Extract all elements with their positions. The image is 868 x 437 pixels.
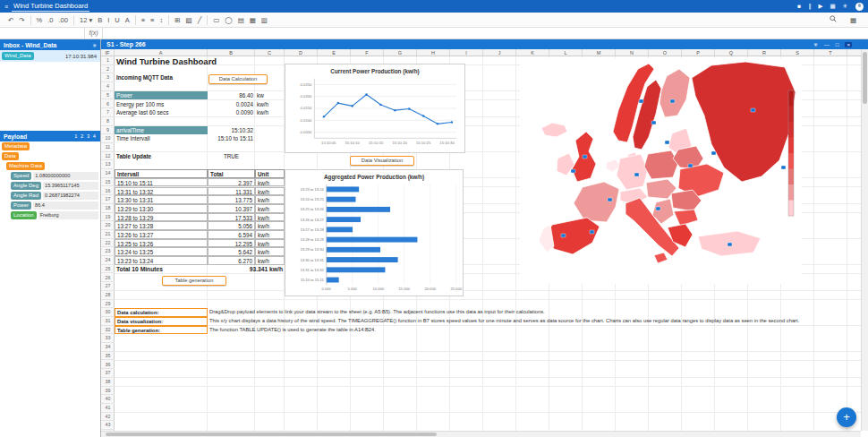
cell-A10[interactable]: Time Intervall [115,134,208,143]
europe-map[interactable] [520,58,802,284]
cell-C17[interactable]: kw/h [255,195,285,204]
row-header-39[interactable]: 39 [101,387,115,396]
payload-item[interactable]: Data [0,151,100,161]
cell-C22[interactable]: kw/h [255,239,285,248]
cell-C6[interactable]: kw/h [255,100,285,109]
cell-B22[interactable]: 12.295 [208,239,255,248]
sheet-close-icon[interactable]: × [845,42,852,47]
bar-chart[interactable]: Aggregated Power Production (kw/h)0.0005… [285,169,464,296]
row-header-6[interactable]: 6 [101,100,115,109]
inbox-settings-icon[interactable]: ✳ [92,42,97,48]
row-header-13[interactable]: 13 [101,160,115,169]
percent-icon[interactable]: % [30,15,46,25]
row-header-21[interactable]: 21 [101,230,115,239]
row-header-11[interactable]: 11 [101,143,115,152]
pause-icon[interactable]: ∥ [808,4,811,10]
payload-item[interactable]: Power86.4 [0,201,100,210]
column-header-M[interactable]: M [583,49,616,56]
font-size-select[interactable]: 12 ▾ [73,15,95,25]
grid-view-icon[interactable]: ▦ [847,15,859,25]
column-header-Q[interactable]: Q [715,49,748,56]
row-header-23[interactable]: 23 [101,247,115,256]
column-header-S[interactable]: S [781,49,814,56]
table-generation-button[interactable]: Table generation [162,276,226,286]
horizontal-scrollbar[interactable] [101,431,861,437]
add-button[interactable]: + [837,407,856,427]
cell-C15[interactable]: kw/h [255,178,285,187]
cell-reference-box[interactable] [0,28,85,39]
cell-C16[interactable]: kw/h [255,187,285,196]
sheet-minimize-icon[interactable]: — [824,42,830,47]
column-header-T[interactable]: T [814,49,847,56]
cell-B21[interactable]: 6.594 [208,230,255,239]
data-calculation-button[interactable]: Data Calculation [208,74,268,84]
play-icon[interactable]: ▶ [818,4,822,10]
cell-A7[interactable]: Average last 60 secs [115,108,208,117]
row-header-43[interactable]: 43 [101,421,115,430]
cell-C20[interactable]: kw/h [255,221,285,230]
cell-A3[interactable]: Incoming MQTT Data [115,73,208,82]
row-header-37[interactable]: 37 [101,369,115,378]
payload-item[interactable]: Speed1.08000000000 [0,171,100,181]
cell-B6[interactable]: 0.0024 [208,100,255,109]
cell-B20[interactable]: 5.056 [208,221,255,230]
cell-A19[interactable]: 13:28 to 13:29 [115,213,208,222]
note-text-2[interactable]: This x/y chart displays a data history o… [208,317,843,326]
inbox-header[interactable]: Inbox - Wind_Data ✳ [0,39,100,50]
row-header-9[interactable]: 9 [101,126,115,135]
row-header-20[interactable]: 20 [101,221,115,230]
row-header-30[interactable]: 30 [101,308,115,317]
cell-C23[interactable]: kw/h [255,247,285,256]
column-header-IF[interactable]: IF [101,49,115,56]
decimal-increase-icon[interactable]: .00 [56,15,71,25]
italic-icon[interactable]: I [105,15,112,25]
row-header-19[interactable]: 19 [101,213,115,222]
cell-C24[interactable]: kw/h [255,256,285,265]
cell-C14[interactable]: Unit [255,169,285,178]
cell-B17[interactable]: 13.775 [208,195,255,204]
cell-B19[interactable]: 17.533 [208,213,255,222]
cell-B15[interactable]: 2.397 [208,178,255,187]
row-header-8[interactable]: 8 [101,117,115,126]
insert-cells-icon[interactable]: ▦ [247,15,259,25]
cell-B16[interactable]: 11.331 [208,187,255,196]
row-header-26[interactable]: 26 [101,274,115,283]
row-header-32[interactable]: 32 [101,326,115,335]
cell-C19[interactable]: kw/h [255,213,285,222]
row-header-16[interactable]: 16 [101,187,115,196]
note-text-1[interactable]: Drag&Drop payload elements to link your … [208,308,843,317]
data-visualization-button[interactable]: Data Visualization [350,156,414,166]
column-header-P[interactable]: P [682,49,715,56]
redo-icon[interactable]: ↷ [16,15,27,25]
inbox-message-item[interactable]: Wind_Data 17:10:31.984 [0,50,100,62]
bold-icon[interactable]: B [95,15,105,25]
menu-icon[interactable]: ≡ [4,4,8,10]
apps-grid-icon[interactable]: ▦ [830,4,835,10]
row-header-33[interactable]: 33 [101,334,115,343]
cell-B23[interactable]: 5.642 [208,247,255,256]
decimal-decrease-icon[interactable]: .0 [45,15,55,25]
row-header-28[interactable]: 28 [101,291,115,300]
cell-B14[interactable]: Total [208,169,255,178]
sheet-settings-icon[interactable]: ✳ [813,41,818,47]
cell-B12[interactable]: TRUE [208,152,255,161]
ellipse-shape-icon[interactable]: ◯ [222,15,234,25]
cell-A12[interactable]: Table Update [115,152,208,161]
column-header-U[interactable]: U [847,49,861,56]
column-header-R[interactable]: R [748,49,781,56]
row-header-25[interactable]: 25 [101,265,115,274]
payload-item[interactable]: LocationFreiburg [0,210,100,220]
cell-A22[interactable]: 13:25 to 13:26 [115,239,208,248]
cell-A5[interactable]: Power [115,91,208,100]
underline-icon[interactable]: U [112,15,122,25]
row-header-7[interactable]: 7 [101,108,115,117]
row-header-35[interactable]: 35 [101,352,115,361]
horizontal-scrollbar-thumb[interactable] [106,433,437,436]
cell-A15[interactable]: 15:10 to 15:11 [115,178,208,187]
align-left-icon[interactable]: ≡ [135,15,148,25]
column-header-I[interactable]: I [450,49,483,56]
row-header-1[interactable]: 1 [101,56,115,65]
row-header-14[interactable]: 14 [101,169,115,178]
row-header-34[interactable]: 34 [101,343,115,352]
cell-A17[interactable]: 13:30 to 13:31 [115,195,208,204]
